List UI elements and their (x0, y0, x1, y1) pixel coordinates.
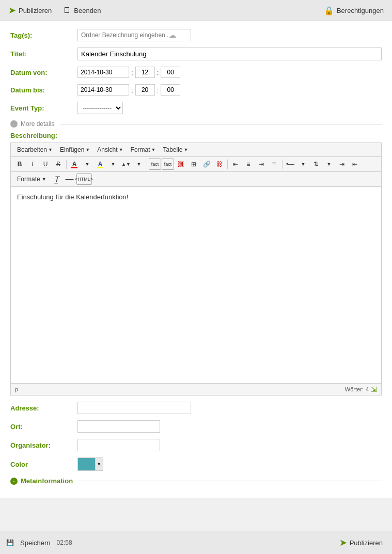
main-content: Tag(s): ☁ Titel: Datum von: ; : Datum bi… (0, 21, 392, 498)
formate-arrow-icon: ▼ (42, 177, 46, 182)
line-height-button[interactable]: ⇅ (310, 159, 322, 170)
color-label: Color (10, 461, 77, 468)
event-typ-label: Event Typ: (10, 104, 77, 112)
word-count-area: Wörter: 4 ⇲ (345, 385, 377, 393)
resize-handle-icon[interactable]: ⇲ (371, 385, 377, 393)
words-label: Wörter: (345, 386, 364, 392)
publish-icon: ➤ (8, 5, 16, 16)
menu-format[interactable]: Format ▼ (128, 145, 159, 154)
hr-button[interactable]: — (64, 173, 76, 185)
bg-color-button[interactable]: ▲▼ (120, 159, 132, 170)
fact-incl-button[interactable]: fact (162, 159, 174, 170)
time-sep-1: ; (131, 69, 133, 76)
editor-container: Bearbeiten ▼ Einfügen ▼ Ansicht ▼ Format… (10, 143, 382, 395)
align-center-button[interactable]: ≡ (242, 159, 255, 170)
editor-toolbar-2: Formate ▼ T̲ — <HTML> (11, 172, 381, 187)
meta-icon: - (10, 478, 18, 485)
tag-input[interactable] (81, 31, 169, 39)
beenden-button[interactable]: 🗒 Beenden (60, 4, 104, 17)
toolbar-sep-4 (282, 160, 283, 169)
organisator-control (77, 439, 382, 451)
clear-format-button[interactable]: T̲ (51, 173, 63, 185)
datum-von-date-input[interactable] (77, 67, 129, 78)
editor-toolbar-1: B I U S A ▼ A ▼ ▲▼ ▼ fact fact 🖼 ⊞ 🔗 ⛓ ⇤… (11, 157, 381, 172)
datum-von-row: Datum von: ; : (10, 67, 382, 78)
highlight-button[interactable]: A (94, 159, 106, 170)
datum-von-hour-input[interactable] (135, 67, 155, 78)
editor-element-tag: p (15, 386, 18, 392)
color-swatch (78, 458, 95, 470)
datum-bis-hour-input[interactable] (135, 84, 155, 96)
menu-einfuegen-label: Einfügen (60, 146, 84, 153)
list-ul-button[interactable]: •— (284, 159, 296, 170)
list-ul-arrow[interactable]: ▼ (297, 159, 309, 170)
menu-ansicht[interactable]: Ansicht ▼ (94, 145, 126, 154)
highlight-arrow[interactable]: ▼ (107, 159, 119, 170)
adresse-row: Adresse: (10, 402, 382, 414)
menu-ansicht-label: Ansicht (97, 146, 117, 153)
indent-button[interactable]: ⇥ (336, 159, 348, 170)
menu-einfuegen[interactable]: Einfügen ▼ (57, 145, 93, 154)
datum-von-label: Datum von: (10, 69, 77, 76)
menu-bearbeiten[interactable]: Bearbeiten ▼ (14, 145, 56, 154)
meta-divider (79, 481, 382, 481)
adresse-control (77, 402, 382, 414)
table-insert-button[interactable]: ⊞ (187, 159, 200, 170)
datum-bis-date-input[interactable] (77, 84, 129, 96)
datum-bis-row: Datum bis: ; : (10, 84, 382, 96)
tabelle-arrow-icon: ▼ (184, 147, 189, 152)
fact-link-button[interactable]: fact (149, 159, 161, 170)
adresse-input[interactable] (77, 402, 191, 414)
beschreibung-label: Beschreibung: (10, 132, 382, 139)
organisator-label: Organisator: (10, 441, 77, 449)
strikethrough-button[interactable]: S (52, 159, 65, 170)
align-right-button[interactable]: ⇥ (255, 159, 268, 170)
berechtigungen-button[interactable]: 🔒 Berechtigungen (321, 4, 387, 17)
more-details-label[interactable]: More details (21, 120, 54, 128)
menu-tabelle[interactable]: Tabelle ▼ (160, 145, 191, 154)
publizieren-button[interactable]: ➤ Publizieren (5, 3, 55, 18)
ort-label: Ort: (10, 423, 77, 431)
unlink-button[interactable]: ⛓ (213, 159, 226, 170)
editor-body[interactable]: Einschulung für die Kalenderfunktion! (11, 187, 381, 383)
image-button[interactable]: 🖼 (175, 159, 187, 170)
organisator-input[interactable] (77, 439, 160, 451)
bold-button[interactable]: B (13, 159, 26, 170)
outdent-button[interactable]: ⇤ (349, 159, 361, 170)
titel-input[interactable] (77, 48, 382, 60)
tags-row: Tag(s): ☁ (10, 29, 382, 41)
ort-input[interactable] (77, 420, 160, 433)
datum-bis-control: ; : (77, 84, 382, 96)
toolbar-sep-1 (66, 160, 67, 169)
publizieren-label: Publizieren (19, 7, 52, 14)
berechtigungen-icon: 🔒 (324, 6, 334, 15)
formate-label: Formate (17, 176, 40, 183)
event-typ-row: Event Typ: -------------- (10, 102, 382, 114)
bg-color-arrow[interactable]: ▼ (133, 159, 145, 170)
event-typ-select[interactable]: -------------- (77, 102, 123, 114)
align-justify-button[interactable]: ≣ (268, 159, 280, 170)
color-arrow-icon: ▼ (95, 458, 103, 470)
color-selector[interactable]: ▼ (77, 457, 103, 471)
editor-content: Einschulung für die Kalenderfunktion! (17, 193, 128, 201)
italic-button[interactable]: I (26, 159, 39, 170)
tags-control: ☁ (77, 29, 382, 41)
font-color-button[interactable]: A (68, 159, 81, 170)
datum-von-min-input[interactable] (161, 67, 180, 78)
html-button[interactable]: <HTML> (76, 173, 92, 185)
datum-bis-min-input[interactable] (161, 84, 180, 96)
ansicht-arrow-icon: ▼ (119, 147, 123, 152)
formate-button[interactable]: Formate ▼ (13, 174, 50, 184)
underline-button[interactable]: U (39, 159, 52, 170)
line-height-arrow[interactable]: ▼ (323, 159, 335, 170)
time-colon-2: : (157, 86, 159, 94)
more-details-icon: - (10, 120, 18, 128)
editor-statusbar: p Wörter: 4 ⇲ (11, 383, 381, 395)
font-color-arrow[interactable]: ▼ (81, 159, 93, 170)
menu-tabelle-label: Tabelle (163, 146, 182, 153)
meta-label[interactable]: Metainformation (21, 477, 73, 485)
align-left-button[interactable]: ⇤ (229, 159, 242, 170)
toolbar-sep-3 (227, 160, 228, 169)
organisator-row: Organisator: (10, 439, 382, 451)
link-button[interactable]: 🔗 (200, 159, 213, 170)
